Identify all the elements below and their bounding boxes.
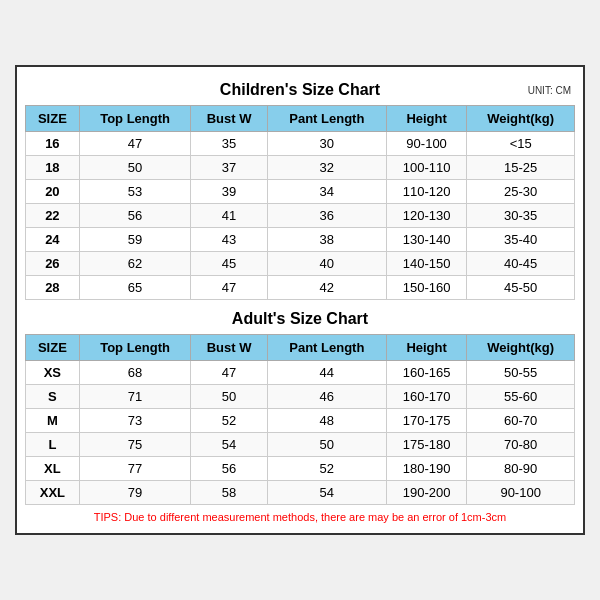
adult-table: SIZE Top Length Bust W Pant Length Heigh… <box>25 334 575 505</box>
table-cell: 59 <box>79 228 191 252</box>
table-cell: 28 <box>26 276 80 300</box>
adult-title: Adult's Size Chart <box>25 304 575 334</box>
adult-col-toplength: Top Length <box>79 335 191 361</box>
table-cell: 16 <box>26 132 80 156</box>
children-col-toplength: Top Length <box>79 106 191 132</box>
chart-container: Children's Size Chart UNIT: CM SIZE Top … <box>15 65 585 535</box>
adult-header-row: SIZE Top Length Bust W Pant Length Heigh… <box>26 335 575 361</box>
table-row: L755450175-18070-80 <box>26 433 575 457</box>
children-col-pantlength: Pant Length <box>267 106 386 132</box>
table-cell: 30-35 <box>467 204 575 228</box>
table-cell: 50 <box>79 156 191 180</box>
table-cell: M <box>26 409 80 433</box>
table-row: 26624540140-15040-45 <box>26 252 575 276</box>
table-cell: 45 <box>191 252 267 276</box>
table-cell: 54 <box>191 433 267 457</box>
table-cell: 25-30 <box>467 180 575 204</box>
table-cell: 130-140 <box>386 228 466 252</box>
adult-col-size: SIZE <box>26 335 80 361</box>
table-cell: 35 <box>191 132 267 156</box>
adult-col-bustw: Bust W <box>191 335 267 361</box>
table-cell: 77 <box>79 457 191 481</box>
table-cell: 30 <box>267 132 386 156</box>
table-cell: 170-175 <box>386 409 466 433</box>
table-cell: 40 <box>267 252 386 276</box>
adult-col-pantlength: Pant Length <box>267 335 386 361</box>
table-cell: 56 <box>191 457 267 481</box>
table-cell: 90-100 <box>386 132 466 156</box>
table-cell: 32 <box>267 156 386 180</box>
table-cell: 47 <box>79 132 191 156</box>
table-cell: 20 <box>26 180 80 204</box>
table-cell: 43 <box>191 228 267 252</box>
table-row: 24594338130-14035-40 <box>26 228 575 252</box>
adult-col-height: Height <box>386 335 466 361</box>
children-col-bustw: Bust W <box>191 106 267 132</box>
table-cell: 42 <box>267 276 386 300</box>
tips-text: TIPS: Due to different measurement metho… <box>25 505 575 525</box>
table-cell: 50-55 <box>467 361 575 385</box>
children-col-size: SIZE <box>26 106 80 132</box>
table-cell: 58 <box>191 481 267 505</box>
table-cell: 90-100 <box>467 481 575 505</box>
children-header-row: SIZE Top Length Bust W Pant Length Heigh… <box>26 106 575 132</box>
table-cell: 120-130 <box>386 204 466 228</box>
table-cell: 53 <box>79 180 191 204</box>
table-cell: 35-40 <box>467 228 575 252</box>
table-cell: 22 <box>26 204 80 228</box>
table-row: 22564136120-13030-35 <box>26 204 575 228</box>
table-cell: 190-200 <box>386 481 466 505</box>
table-row: XXL795854190-20090-100 <box>26 481 575 505</box>
table-cell: 50 <box>191 385 267 409</box>
table-cell: 55-60 <box>467 385 575 409</box>
adult-col-weight: Weight(kg) <box>467 335 575 361</box>
table-cell: 47 <box>191 361 267 385</box>
table-cell: 79 <box>79 481 191 505</box>
table-cell: 44 <box>267 361 386 385</box>
table-cell: 68 <box>79 361 191 385</box>
table-cell: XXL <box>26 481 80 505</box>
table-cell: 100-110 <box>386 156 466 180</box>
children-col-weight: Weight(kg) <box>467 106 575 132</box>
table-cell: 65 <box>79 276 191 300</box>
table-cell: 50 <box>267 433 386 457</box>
table-cell: 75 <box>79 433 191 457</box>
table-cell: 80-90 <box>467 457 575 481</box>
table-row: XS684744160-16550-55 <box>26 361 575 385</box>
table-cell: 15-25 <box>467 156 575 180</box>
table-row: 28654742150-16045-50 <box>26 276 575 300</box>
table-cell: 160-170 <box>386 385 466 409</box>
table-cell: 26 <box>26 252 80 276</box>
table-cell: 70-80 <box>467 433 575 457</box>
table-row: M735248170-17560-70 <box>26 409 575 433</box>
table-cell: 34 <box>267 180 386 204</box>
table-cell: 36 <box>267 204 386 228</box>
table-cell: 60-70 <box>467 409 575 433</box>
table-cell: 180-190 <box>386 457 466 481</box>
table-cell: 47 <box>191 276 267 300</box>
table-cell: 175-180 <box>386 433 466 457</box>
table-cell: 39 <box>191 180 267 204</box>
table-cell: S <box>26 385 80 409</box>
table-cell: 71 <box>79 385 191 409</box>
table-cell: XS <box>26 361 80 385</box>
table-cell: 73 <box>79 409 191 433</box>
table-cell: 18 <box>26 156 80 180</box>
table-row: XL775652180-19080-90 <box>26 457 575 481</box>
table-cell: 52 <box>267 457 386 481</box>
table-cell: 45-50 <box>467 276 575 300</box>
unit-label: UNIT: CM <box>528 85 571 96</box>
table-cell: 150-160 <box>386 276 466 300</box>
children-title: Children's Size Chart UNIT: CM <box>25 75 575 105</box>
table-cell: L <box>26 433 80 457</box>
table-cell: 160-165 <box>386 361 466 385</box>
children-table: SIZE Top Length Bust W Pant Length Heigh… <box>25 105 575 300</box>
adult-title-text: Adult's Size Chart <box>232 310 368 327</box>
table-cell: <15 <box>467 132 575 156</box>
table-cell: 48 <box>267 409 386 433</box>
children-title-text: Children's Size Chart <box>220 81 380 98</box>
table-cell: 56 <box>79 204 191 228</box>
table-cell: 24 <box>26 228 80 252</box>
table-cell: 52 <box>191 409 267 433</box>
table-cell: 62 <box>79 252 191 276</box>
